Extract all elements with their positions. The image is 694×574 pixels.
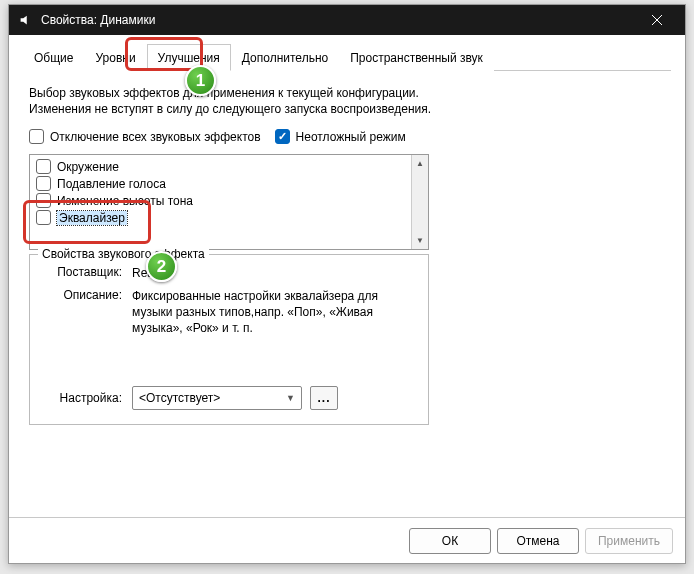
- description-label: Описание:: [42, 288, 132, 302]
- description-value: Фиксированные настройки эквалайзера для …: [132, 288, 416, 337]
- titlebar: Свойства: Динамики: [9, 5, 685, 35]
- effect-properties-group: Свойства звукового эффекта Поставщик: Re…: [29, 254, 429, 425]
- tab-general[interactable]: Общие: [23, 44, 84, 71]
- annotation-callout-1: 1: [185, 65, 216, 96]
- tab-enhancements[interactable]: Улучшения: [147, 44, 231, 71]
- apply-button[interactable]: Применить: [585, 528, 673, 554]
- cancel-button[interactable]: Отмена: [497, 528, 579, 554]
- checkbox-label: Неотложный режим: [296, 130, 406, 144]
- checkbox-immediate-mode[interactable]: Неотложный режим: [275, 129, 406, 144]
- group-title: Свойства звукового эффекта: [38, 247, 209, 261]
- chevron-down-icon: ▼: [286, 393, 295, 403]
- scrollbar[interactable]: ▲ ▼: [411, 155, 428, 249]
- effect-label: Окружение: [57, 160, 119, 174]
- tab-panel-enhancements: Выбор звуковых эффектов для применения к…: [23, 71, 671, 431]
- scroll-track[interactable]: [412, 172, 428, 232]
- list-item[interactable]: Подавление голоса: [34, 175, 407, 192]
- checkbox-disable-all[interactable]: Отключение всех звуковых эффектов: [29, 129, 261, 144]
- scroll-down-icon[interactable]: ▼: [412, 232, 428, 249]
- setting-select[interactable]: <Отсутствует> ▼: [132, 386, 302, 410]
- select-value: <Отсутствует>: [139, 391, 220, 405]
- checkbox-box-icon[interactable]: [36, 176, 51, 191]
- list-item[interactable]: Окружение: [34, 158, 407, 175]
- effect-label: Подавление голоса: [57, 177, 166, 191]
- tab-spatial[interactable]: Пространственный звук: [339, 44, 494, 71]
- vendor-label: Поставщик:: [42, 265, 132, 279]
- checkbox-box-icon: [29, 129, 44, 144]
- close-button[interactable]: [637, 5, 677, 35]
- annotation-callout-2: 2: [146, 251, 177, 282]
- checkbox-box-checked-icon: [275, 129, 290, 144]
- tab-strip: Общие Уровни Улучшения Дополнительно Про…: [23, 43, 671, 71]
- top-checkbox-row: Отключение всех звуковых эффектов Неотло…: [29, 129, 665, 144]
- panel-description: Выбор звуковых эффектов для применения к…: [29, 85, 449, 117]
- dialog-window: Свойства: Динамики Общие Уровни Улучшени…: [8, 4, 686, 564]
- checkbox-box-icon[interactable]: [36, 193, 51, 208]
- dialog-content: Общие Уровни Улучшения Дополнительно Про…: [9, 35, 685, 517]
- effects-list: Окружение Подавление голоса Изменение вы…: [30, 155, 411, 249]
- window-title: Свойства: Динамики: [41, 13, 637, 27]
- effect-label: Эквалайзер: [57, 211, 127, 225]
- checkbox-box-icon[interactable]: [36, 159, 51, 174]
- effects-listbox[interactable]: Окружение Подавление голоса Изменение вы…: [29, 154, 429, 250]
- more-button[interactable]: ...: [310, 386, 338, 410]
- dialog-footer: ОК Отмена Применить: [9, 517, 685, 563]
- tab-levels[interactable]: Уровни: [84, 44, 146, 71]
- effect-label: Изменение высоты тона: [57, 194, 193, 208]
- list-item[interactable]: Изменение высоты тона: [34, 192, 407, 209]
- speaker-icon: [17, 12, 33, 28]
- scroll-up-icon[interactable]: ▲: [412, 155, 428, 172]
- checkbox-label: Отключение всех звуковых эффектов: [50, 130, 261, 144]
- list-item-equalizer[interactable]: Эквалайзер: [34, 209, 407, 226]
- ok-button[interactable]: ОК: [409, 528, 491, 554]
- setting-label: Настройка:: [42, 391, 132, 405]
- tab-advanced[interactable]: Дополнительно: [231, 44, 339, 71]
- checkbox-box-icon[interactable]: [36, 210, 51, 225]
